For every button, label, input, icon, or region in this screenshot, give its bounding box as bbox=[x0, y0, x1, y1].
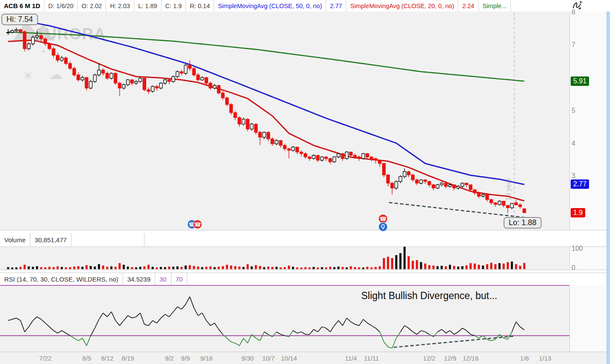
volume-bar bbox=[193, 266, 195, 270]
candle bbox=[333, 157, 336, 162]
volume-bar bbox=[428, 265, 430, 269]
candle bbox=[362, 154, 365, 159]
candle bbox=[486, 195, 489, 200]
volume-bar bbox=[362, 267, 364, 269]
candle bbox=[469, 185, 472, 190]
candle bbox=[246, 119, 249, 129]
volume-bar bbox=[474, 264, 476, 269]
volume-bar bbox=[242, 267, 245, 269]
candle bbox=[481, 195, 484, 197]
candle bbox=[502, 201, 505, 205]
candle bbox=[209, 83, 212, 88]
candle bbox=[189, 65, 192, 68]
candle bbox=[329, 159, 332, 162]
volume-bar bbox=[366, 267, 368, 269]
volume-bar bbox=[118, 263, 121, 269]
candle bbox=[345, 152, 348, 159]
volume-bar bbox=[408, 256, 410, 270]
candle bbox=[48, 44, 51, 49]
candle bbox=[172, 76, 175, 82]
volume-bar bbox=[110, 266, 112, 269]
chart-graphics-canvas[interactable]: AURORA ☀ + ☁ 19 year ☎ ☎ ☎ bbox=[0, 0, 610, 364]
volume-bar bbox=[329, 267, 331, 269]
volume-bar bbox=[65, 267, 67, 269]
candle bbox=[457, 186, 460, 188]
volume-bar bbox=[172, 267, 174, 269]
volume-bar bbox=[214, 267, 216, 269]
svg-text:☁: ☁ bbox=[49, 67, 63, 82]
volume-bar bbox=[436, 266, 439, 269]
candle bbox=[130, 80, 133, 83]
candle bbox=[110, 73, 113, 79]
candle bbox=[411, 175, 414, 180]
low-price-tooltip: Lo: 1.88 bbox=[504, 217, 542, 229]
volume-bar bbox=[317, 267, 319, 269]
candle bbox=[407, 172, 410, 175]
volume-bar bbox=[250, 266, 253, 269]
volume-bar bbox=[515, 264, 517, 269]
candle bbox=[23, 32, 26, 49]
volume-bar bbox=[383, 258, 385, 269]
candle bbox=[259, 132, 262, 138]
volume-bar bbox=[36, 266, 38, 269]
dividend-icon[interactable] bbox=[379, 223, 388, 232]
volume-bar bbox=[28, 266, 30, 269]
drawings-tool-icon[interactable] bbox=[571, 0, 587, 11]
candle bbox=[68, 64, 71, 69]
volume-bar bbox=[239, 267, 241, 269]
volume-bar bbox=[296, 267, 298, 269]
candle bbox=[271, 139, 274, 144]
volume-bar bbox=[412, 261, 414, 269]
candle bbox=[205, 78, 208, 83]
volume-bar bbox=[379, 266, 381, 269]
volume-bar bbox=[152, 267, 154, 269]
vertical-scrollbar[interactable] bbox=[607, 12, 610, 364]
candle bbox=[428, 182, 431, 185]
volume-bar bbox=[346, 267, 348, 269]
candle bbox=[341, 154, 344, 159]
candle bbox=[135, 82, 138, 83]
volume-bar bbox=[395, 255, 398, 269]
candle bbox=[106, 73, 109, 79]
candle bbox=[461, 183, 464, 187]
candle bbox=[420, 180, 423, 183]
earnings-call-icon[interactable]: ☎ bbox=[379, 214, 388, 223]
candle bbox=[122, 85, 125, 88]
volume-bar bbox=[337, 267, 339, 269]
earnings-call-icon[interactable]: ☎ bbox=[193, 220, 202, 229]
candle bbox=[44, 39, 47, 44]
volume-bar bbox=[507, 262, 509, 269]
candle bbox=[52, 49, 55, 55]
high-price-tooltip: Hi: 7.54 bbox=[1, 14, 38, 25]
volume-bar bbox=[230, 266, 232, 270]
volume-bar bbox=[523, 263, 525, 269]
candle bbox=[506, 205, 509, 208]
volume-bar bbox=[280, 267, 282, 269]
volume-bar bbox=[371, 267, 373, 269]
candle bbox=[304, 154, 307, 157]
candle bbox=[354, 156, 357, 157]
candle bbox=[217, 85, 220, 93]
volume-bar bbox=[56, 266, 59, 269]
sma20-line bbox=[8, 40, 525, 201]
candle bbox=[118, 83, 121, 88]
candle bbox=[11, 31, 14, 32]
candle bbox=[77, 75, 80, 80]
candle bbox=[7, 32, 10, 33]
volume-bar bbox=[164, 267, 166, 269]
volume-bar bbox=[342, 267, 344, 269]
watermark: AURORA ☀ + ☁ bbox=[13, 21, 106, 83]
divergence-annotation-text[interactable]: Slight Bullish Divergence, but... bbox=[361, 290, 497, 302]
candle bbox=[321, 157, 324, 160]
candle bbox=[65, 58, 68, 64]
volume-bar bbox=[197, 267, 199, 269]
volume-bar bbox=[469, 263, 471, 269]
candle bbox=[234, 113, 237, 118]
candle bbox=[93, 75, 96, 81]
volume-bar bbox=[73, 267, 75, 269]
candle bbox=[292, 147, 295, 150]
candle bbox=[143, 78, 146, 90]
volume-bar bbox=[519, 266, 521, 269]
volume-bar bbox=[77, 266, 80, 269]
volume-bar bbox=[40, 267, 42, 269]
